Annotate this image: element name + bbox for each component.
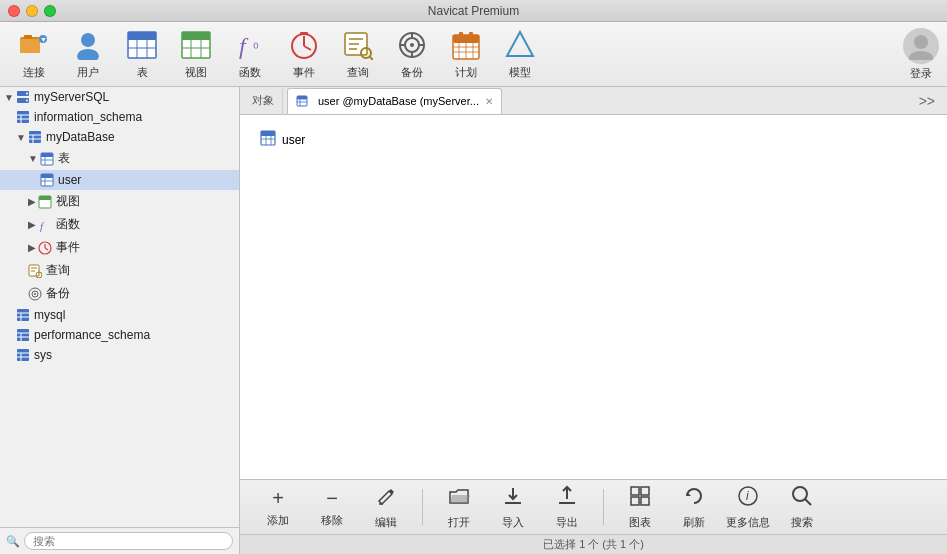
open-label: 打开 [448,515,470,530]
toolbar-query[interactable]: 查询 [332,25,384,83]
expand-icon-myServerSQL: ▼ [4,92,14,103]
db-icon-sys [16,348,30,362]
grid-icon [629,485,651,512]
svg-point-81 [34,293,36,295]
svg-rect-82 [17,309,29,321]
export-icon [556,485,578,512]
login-area[interactable]: 登录 [903,28,939,81]
svg-rect-106 [631,487,639,495]
sidebar-item-sys[interactable]: sys [0,345,239,365]
sidebar-item-information-schema[interactable]: information_schema [0,107,239,127]
add-button[interactable]: + 添加 [252,483,304,531]
grid-button[interactable]: 图表 [614,483,666,531]
sidebar-search-area: 🔍 [0,527,239,554]
toolbar-view[interactable]: 视图 [170,25,222,83]
minimize-button[interactable] [26,5,38,17]
schedule-icon [450,29,482,61]
sidebar-item-queries-group[interactable]: 查询 [0,259,239,282]
grid-label: 图表 [629,515,651,530]
server-icon [16,90,30,104]
svg-rect-62 [41,153,53,157]
svg-rect-70 [39,196,51,200]
svg-rect-37 [453,35,479,43]
toolbar-connect[interactable]: ▼ 连接 [8,25,60,83]
db-icon-mysql [16,308,30,322]
edit-button[interactable]: 编辑 [360,483,412,531]
toolbar-backup[interactable]: 备份 [386,25,438,83]
sidebar-item-backups-group[interactable]: 备份 [0,282,239,305]
search-button[interactable]: 搜索 [776,483,828,531]
toolbar-func[interactable]: f ₀ 函数 [224,25,276,83]
backups-group-icon [28,287,42,301]
queries-group-label: 查询 [46,262,70,279]
toolbar-schedule[interactable]: 计划 [440,25,492,83]
maximize-button[interactable] [44,5,56,17]
sidebar-item-funcs-group[interactable]: ▶ f 函数 [0,213,239,236]
sidebar-item-events-group[interactable]: ▶ 事件 [0,236,239,259]
svg-rect-95 [297,96,307,100]
tables-group-label: 表 [58,150,70,167]
edit-label: 编辑 [375,515,397,530]
remove-button[interactable]: − 移除 [306,483,358,531]
svg-rect-99 [261,131,275,136]
svg-rect-2 [24,35,32,39]
import-button[interactable]: 导入 [487,483,539,531]
remove-icon: − [326,487,338,510]
remove-label: 移除 [321,513,343,528]
info-label: 更多信息 [726,515,770,530]
bottom-separator-1 [422,489,423,525]
active-tab-label: user @myDataBase (myServer... [318,95,479,107]
svg-rect-107 [641,487,649,495]
svg-text:f: f [40,220,45,232]
svg-rect-1 [20,39,40,53]
active-tab[interactable]: user @myDataBase (myServer... ✕ [287,88,502,114]
svg-rect-86 [17,329,29,341]
table-icon [126,29,158,61]
titlebar: Navicat Premium [0,0,947,22]
svg-text:f: f [239,33,249,59]
import-label: 导入 [502,515,524,530]
backup-icon [396,29,428,61]
toolbar-model[interactable]: 模型 [494,25,546,83]
svg-rect-13 [182,32,210,40]
user-table-icon [40,173,54,187]
tab-expand-button[interactable]: >> [911,93,943,109]
sidebar-item-user-table[interactable]: user [0,170,239,190]
close-button[interactable] [8,5,20,17]
svg-line-28 [370,57,373,60]
status-text: 已选择 1 个 (共 1 个) [543,537,644,552]
sidebar-item-mysql[interactable]: mysql [0,305,239,325]
statusbar: 已选择 1 个 (共 1 个) [240,534,947,554]
svg-text:▼: ▼ [40,36,47,43]
svg-rect-44 [469,32,473,38]
info-button[interactable]: i 更多信息 [722,483,774,531]
open-button[interactable]: 打开 [433,483,485,531]
svg-text:₀: ₀ [253,35,259,51]
export-label: 导出 [556,515,578,530]
sidebar-item-tables-group[interactable]: ▼ 表 [0,147,239,170]
svg-point-5 [81,33,95,47]
svg-rect-8 [128,32,156,40]
refresh-button[interactable]: 刷新 [668,483,720,531]
sidebar-item-myDataBase[interactable]: ▼ myDataBase [0,127,239,147]
sidebar-item-myServerSQL[interactable]: ▼ myServerSQL [0,87,239,107]
tab-close-button[interactable]: ✕ [485,96,493,107]
main-area: ▼ myServerSQL [0,87,947,554]
content-main: user [240,115,947,479]
func-label: 函数 [239,65,261,80]
toolbar-event[interactable]: 事件 [278,25,330,83]
svg-point-48 [909,51,933,60]
sidebar-item-views-group[interactable]: ▶ 视图 [0,190,239,213]
svg-rect-57 [29,131,41,143]
sidebar-item-performance-schema[interactable]: performance_schema [0,325,239,345]
content-item-user[interactable]: user [256,127,931,152]
toolbar-user[interactable]: 用户 [62,25,114,83]
export-button[interactable]: 导出 [541,483,593,531]
search-input[interactable] [24,532,233,550]
toolbar-table[interactable]: 表 [116,25,168,83]
svg-point-47 [914,35,928,49]
search-icon-sidebar: 🔍 [6,535,20,548]
window-controls[interactable] [8,5,56,17]
myServerSQL-label: myServerSQL [34,90,109,104]
svg-point-51 [26,93,28,95]
